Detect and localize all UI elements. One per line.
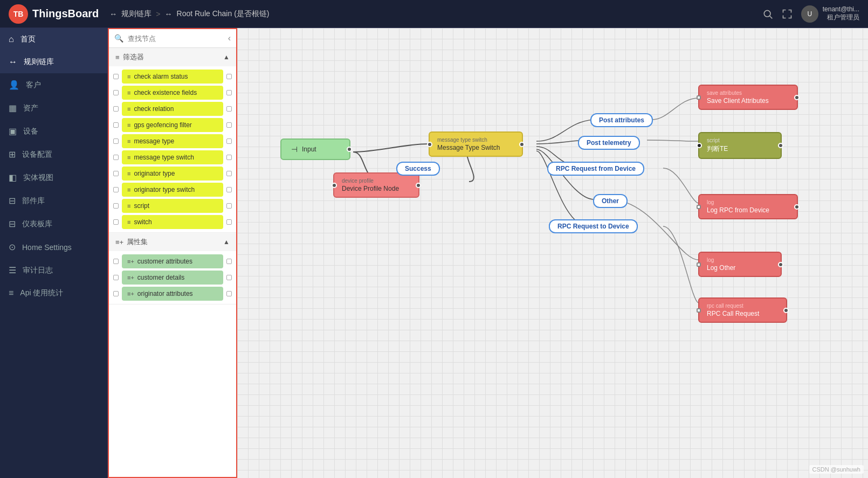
rpc-from-device-text: RPC Request from Device xyxy=(556,165,636,172)
sidebar-item-home-settings[interactable]: ⊙ Home Settings xyxy=(0,235,107,259)
filter-section-header[interactable]: ≡ 筛选器 ▲ xyxy=(109,48,236,66)
node-label: check existence fields xyxy=(134,89,197,96)
filter-node-list: ≡ check alarm status ≡ check existence f… xyxy=(109,66,236,232)
watermark-text: CSDN @sunhuwh xyxy=(812,466,860,473)
node-label: script xyxy=(134,202,149,210)
entity-view-icon: ◧ xyxy=(9,172,17,183)
sidebar-label-rulechain: 规则链库 xyxy=(24,57,54,67)
sidebar: ⌂ 首页 ↔ 规则链库 👤 客户 ▦ 资产 ▣ 设备 ⊞ 设备配置 ◧ 实体视图… xyxy=(0,28,108,478)
rpc-from-device-label: RPC Request from Device xyxy=(547,162,644,176)
device-profile-node[interactable]: device profile Device Profile Node xyxy=(333,172,419,198)
filter-section-icon: ≡ xyxy=(115,53,120,61)
sidebar-label-entity-view: 实体视图 xyxy=(23,173,53,183)
node-message-type-switch[interactable]: ≡ message type switch xyxy=(122,150,223,164)
audit-icon: ☰ xyxy=(9,265,16,275)
rpc-call-label: RPC Call Request xyxy=(707,310,759,317)
node-gps-geofencing[interactable]: ≡ gps geofencing filter xyxy=(122,118,223,132)
sidebar-item-assets[interactable]: ▦ 资产 xyxy=(0,96,107,120)
node-icon: ≡ xyxy=(127,106,130,112)
user-role: 租户管理员 xyxy=(823,13,859,22)
post-attributes-label: Post attributes xyxy=(590,113,653,127)
app-logo: TB ThingsBoard xyxy=(9,4,99,24)
sidebar-item-home[interactable]: ⌂ 首页 xyxy=(0,28,107,51)
node-customer-attributes[interactable]: ≡+ customer attributes xyxy=(122,254,223,268)
breadcrumb: ↔ 规则链库 > ↔ Root Rule Chain (是否根链) xyxy=(109,9,762,19)
canvas-area[interactable]: ⊣ Input device profile Device Profile No… xyxy=(237,28,868,478)
input-port-right xyxy=(347,147,352,152)
node-script[interactable]: ≡ script xyxy=(122,199,223,213)
sidebar-item-widget-lib[interactable]: ⊟ 部件库 xyxy=(0,189,107,212)
node-right-handle xyxy=(226,291,232,296)
node-originator-type-switch[interactable]: ≡ originator type switch xyxy=(122,183,223,197)
log-other-subtitle: log xyxy=(707,257,714,263)
search-input[interactable] xyxy=(128,34,224,43)
list-item: ≡ check existence fields xyxy=(113,86,232,100)
node-icon: ≡ xyxy=(127,89,130,96)
drag-handle xyxy=(113,90,119,95)
msg-type-port-left xyxy=(427,142,432,147)
attributes-section-icon: ≡+ xyxy=(115,238,123,246)
device-profile-port-left xyxy=(332,183,337,188)
log-rpc-from-node[interactable]: log Log RPC from Device xyxy=(698,194,798,219)
devices-icon: ▣ xyxy=(9,126,17,136)
success-text: Success xyxy=(405,165,431,172)
input-icon: ⊣ xyxy=(291,145,298,154)
node-originator-type[interactable]: ≡ originator type xyxy=(122,167,223,181)
node-check-relation[interactable]: ≡ check relation xyxy=(122,102,223,116)
sidebar-item-entity-view[interactable]: ◧ 实体视图 xyxy=(0,166,107,189)
sidebar-item-device-config[interactable]: ⊞ 设备配置 xyxy=(0,143,107,166)
node-switch[interactable]: ≡ switch xyxy=(122,215,223,229)
log-rpc-port-right xyxy=(794,204,800,210)
node-message-type[interactable]: ≡ message type xyxy=(122,134,223,148)
input-node[interactable]: ⊣ Input xyxy=(280,138,350,160)
sidebar-item-api-usage[interactable]: ≡ Api 使用统计 xyxy=(0,282,107,304)
user-name: tenant@thi... xyxy=(823,5,859,13)
save-attributes-node[interactable]: save attributes Save Client Attributes xyxy=(698,85,798,110)
sidebar-item-audit[interactable]: ☰ 审计日志 xyxy=(0,259,107,282)
sidebar-item-customer[interactable]: 👤 客户 xyxy=(0,73,107,96)
attributes-section-header[interactable]: ≡+ 属性集 ▲ xyxy=(109,233,236,251)
sidebar-label-devices: 设备 xyxy=(23,127,38,136)
node-right-handle xyxy=(226,155,232,160)
log-rpc-subtitle: log xyxy=(707,199,714,205)
panel-search-icon: 🔍 xyxy=(114,34,123,43)
post-telemetry-label: Post telemetry xyxy=(578,136,640,150)
node-label: originator attributes xyxy=(137,290,193,297)
rpc-call-request-node[interactable]: rpc call request RPC Call Request xyxy=(698,297,787,323)
fullscreen-icon[interactable] xyxy=(782,9,793,19)
script-subtitle: script xyxy=(707,137,720,143)
search-icon[interactable] xyxy=(762,9,773,19)
drag-handle xyxy=(113,291,119,296)
avatar: U xyxy=(801,5,818,23)
collapse-panel-button[interactable]: ‹ xyxy=(228,33,231,43)
bc-rulechain[interactable]: 规则链库 xyxy=(121,9,151,19)
log-other-node[interactable]: log Log Other xyxy=(698,252,782,277)
script-node[interactable]: script 判断TE xyxy=(698,132,782,159)
sidebar-label-api-usage: Api 使用统计 xyxy=(20,288,63,298)
sidebar-item-rulechain[interactable]: ↔ 规则链库 xyxy=(0,51,107,73)
node-customer-details[interactable]: ≡+ customer details xyxy=(122,271,223,285)
msg-type-switch-node[interactable]: message type switch Message Type Switch xyxy=(429,131,523,157)
device-profile-subtitle: device profile xyxy=(342,178,374,184)
list-item: ≡ originator type xyxy=(113,167,232,181)
sidebar-item-devices[interactable]: ▣ 设备 xyxy=(0,120,107,143)
main-layout: ⌂ 首页 ↔ 规则链库 👤 客户 ▦ 资产 ▣ 设备 ⊞ 设备配置 ◧ 实体视图… xyxy=(0,28,868,478)
search-bar: 🔍 ‹ xyxy=(109,29,236,48)
attributes-section-title: 属性集 xyxy=(127,237,148,247)
post-attributes-text: Post attributes xyxy=(599,116,644,124)
rulechain-icon: ↔ xyxy=(9,57,17,67)
bc-icon-2: ↔ xyxy=(165,10,173,18)
node-check-alarm-status[interactable]: ≡ check alarm status xyxy=(122,70,223,84)
user-section[interactable]: U tenant@thi... 租户管理员 xyxy=(801,5,859,23)
list-item: ≡ originator type switch xyxy=(113,183,232,197)
topbar-actions: U tenant@thi... 租户管理员 xyxy=(762,5,859,23)
api-usage-icon: ≡ xyxy=(9,288,13,298)
node-originator-attributes[interactable]: ≡+ originator attributes xyxy=(122,287,223,301)
node-check-existence-fields[interactable]: ≡ check existence fields xyxy=(122,86,223,100)
sidebar-item-dashboard[interactable]: ⊟ 仪表板库 xyxy=(0,212,107,235)
sidebar-label-customer: 客户 xyxy=(26,80,41,90)
node-icon: ≡ xyxy=(127,203,130,209)
list-item: ≡ check relation xyxy=(113,102,232,116)
bc-icon-1: ↔ xyxy=(109,10,117,18)
svg-line-1 xyxy=(770,16,773,18)
